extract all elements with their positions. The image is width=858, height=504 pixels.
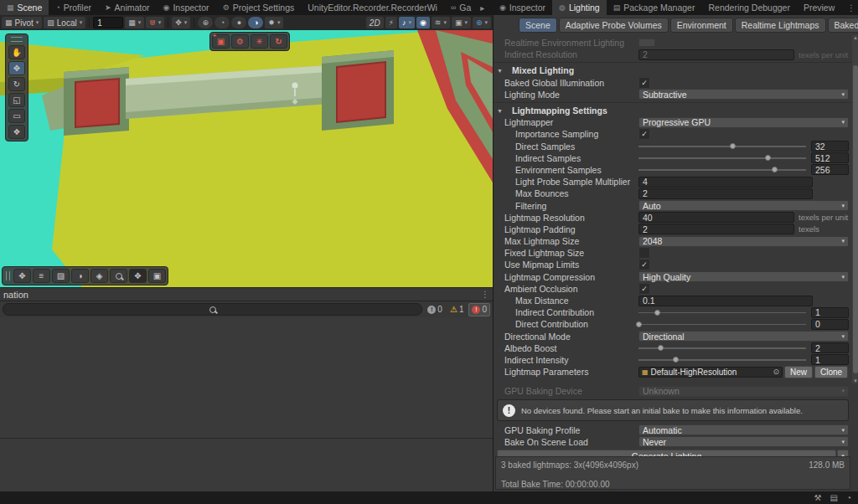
probe-refresh-button[interactable]: ↻: [270, 34, 287, 49]
foldout-triangle-icon[interactable]: ▼: [497, 108, 504, 114]
draw-mode-shaded-wire-button[interactable]: ◔: [214, 17, 230, 28]
scroll-up-icon[interactable]: ▲: [852, 35, 858, 40]
console-log-list[interactable]: [0, 317, 493, 439]
slider-knob[interactable]: [636, 321, 642, 327]
slider-knob[interactable]: [730, 143, 736, 149]
console-error-toggle[interactable]: ! 0: [468, 303, 490, 316]
left-dock-menu-icon[interactable]: ⋮: [487, 0, 493, 15]
slider-value-field[interactable]: 32: [811, 141, 849, 152]
checkbox[interactable]: [638, 247, 650, 259]
effects-dropdown[interactable]: ≋ ▾: [432, 17, 450, 28]
text-field-max-distance[interactable]: 0.1: [638, 296, 813, 306]
dropdown-directional-mode[interactable]: Directional▾: [638, 331, 849, 342]
snap-increment-button[interactable]: ⋓ ▾: [146, 17, 164, 28]
scene-view[interactable]: + ▣ ⚙ ✳ ↻ ✋ ✥ ↻ ◱ ▭ ❖ ✥ ≡ ▨ ◑ ◈: [0, 30, 493, 287]
tab-inspector-right[interactable]: ◉ Inspector: [493, 0, 552, 15]
rotate-tool-button[interactable]: ↻: [8, 77, 25, 91]
tab-overflow-arrow[interactable]: ▸: [478, 0, 487, 15]
dropdown-lightmapper[interactable]: Progressive GPU▾: [638, 117, 849, 128]
tab-scene[interactable]: ▦ Scene: [0, 0, 49, 15]
text-field-light-probe-sample-multiplier[interactable]: 4: [638, 177, 813, 188]
progress-icon[interactable]: ◔: [846, 493, 851, 502]
view-hand-tool-button[interactable]: ✋: [8, 45, 25, 59]
dropdown-filtering[interactable]: Auto▾: [638, 200, 849, 211]
move-tool-button[interactable]: ✥: [8, 61, 25, 75]
local-button[interactable]: ▧ Local ▾: [44, 17, 85, 28]
slider-knob[interactable]: [772, 167, 778, 172]
foldout-triangle-icon[interactable]: ▼: [497, 68, 504, 74]
tab-recorder[interactable]: UnityEditor.Recorder.RecorderWi: [301, 0, 444, 15]
probes-overlay-button[interactable]: ◈: [90, 269, 108, 283]
slider-environment-samples[interactable]: [638, 164, 806, 176]
dropdown-lighting-mode[interactable]: Subtractive▾: [638, 89, 849, 100]
slider-value-field[interactable]: 2: [811, 342, 849, 353]
tab-rendering-debugger[interactable]: Rendering Debugger: [701, 0, 796, 15]
slider-value-field[interactable]: 1: [811, 307, 849, 318]
tab-game[interactable]: ∞ Ga: [444, 0, 478, 15]
new-button[interactable]: New: [784, 366, 813, 378]
pivot-button[interactable]: ▦ Pivot ▾: [2, 17, 42, 28]
lighting-tab-baked-lightmaps[interactable]: Baked Lightmaps: [828, 18, 858, 33]
slider-indirect-contribution[interactable]: [638, 306, 806, 318]
move-tool-dropdown[interactable]: ✥ ▾: [172, 17, 190, 28]
right-dock-menu-icon[interactable]: ⋮: [845, 0, 858, 15]
slider-value-field[interactable]: 512: [811, 152, 849, 163]
grid-size-field[interactable]: 1: [93, 17, 123, 28]
slider-direct-samples[interactable]: [638, 141, 806, 152]
console-warning-toggle[interactable]: ⚠ 1: [447, 304, 467, 316]
overlay-drag-handle[interactable]: [6, 271, 10, 280]
lighting-tab-realtime-lightmaps[interactable]: Realtime Lightmaps: [735, 18, 826, 33]
add-probe-button[interactable]: + ▣: [212, 34, 230, 49]
overlay-drag-handle[interactable]: [11, 37, 23, 42]
panel-menu-icon[interactable]: ⋮: [481, 290, 489, 299]
dropdown-bake-on-scene-load[interactable]: Never▾: [638, 436, 849, 447]
grid-snap-button[interactable]: ▦ ▾: [125, 17, 144, 28]
camera-overlay-button[interactable]: ▣: [148, 269, 166, 283]
text-field-max-bounces[interactable]: 2: [638, 188, 813, 199]
text-field-lightmap-padding[interactable]: 2: [638, 224, 794, 234]
probe-light-button[interactable]: ✳: [251, 34, 268, 49]
object-field-lightmap-parameters[interactable]: ▦Default-HighResolution⊙: [638, 367, 783, 378]
slider-knob[interactable]: [654, 310, 660, 316]
draw-mode-shaded-button[interactable]: ●: [231, 17, 246, 28]
zoom-overlay-button[interactable]: [110, 269, 127, 283]
draw-mode-wireframe-button[interactable]: ⊕: [198, 17, 213, 28]
slider-knob[interactable]: [765, 155, 771, 161]
move-overlay-button[interactable]: ✥: [13, 269, 31, 283]
scroll-down-icon[interactable]: ▼: [852, 378, 858, 383]
slider-value-field[interactable]: 1: [811, 354, 849, 365]
probe-settings-button[interactable]: ⚙: [231, 34, 249, 49]
object-picker-icon[interactable]: ⊙: [773, 368, 779, 376]
scrollbar-thumb[interactable]: [853, 65, 858, 373]
slider-knob[interactable]: [673, 357, 679, 363]
tab-profiler[interactable]: ◔ Profiler: [49, 0, 98, 15]
slider-value-field[interactable]: 0: [811, 319, 849, 330]
scene-lighting-toggle[interactable]: ⚡: [385, 17, 397, 28]
scene-audio-toggle[interactable]: ♪ ▾: [399, 17, 415, 28]
gizmos-dropdown[interactable]: ⊛ ▾: [473, 17, 491, 28]
checkbox[interactable]: ✓: [638, 259, 650, 270]
dropdown-gpu-baking-device[interactable]: Unknown▾: [638, 386, 849, 397]
toggle-2d-button[interactable]: 2D: [366, 17, 384, 28]
lighting-scrollbar[interactable]: ▲ ▼: [852, 35, 858, 383]
dropdown-lightmap-compression[interactable]: High Quality▾: [638, 271, 849, 282]
draw-mode-effects-button[interactable]: ✸ ▾: [265, 17, 283, 28]
dropdown-max-lightmap-size[interactable]: 2048▾: [638, 236, 849, 247]
bake-disabled-icon[interactable]: ⚒: [814, 493, 822, 502]
slider-albedo-boost[interactable]: [638, 342, 806, 354]
tab-lighting[interactable]: ◍ Lighting: [552, 0, 607, 15]
tab-project-settings[interactable]: ⚙ Project Settings: [216, 0, 302, 15]
transform-tool-button[interactable]: ❖: [8, 125, 25, 139]
lighting-tab-scene[interactable]: Scene: [519, 18, 557, 33]
checkbox[interactable]: ✓: [638, 283, 650, 295]
text-field-indirect-resolution[interactable]: 2: [638, 49, 794, 60]
lighting-tab-environment[interactable]: Environment: [670, 18, 733, 33]
slider-value-field[interactable]: 256: [811, 164, 849, 175]
move2-overlay-button[interactable]: ✥: [129, 269, 147, 283]
grid-overlay-button[interactable]: ▨: [52, 269, 70, 283]
camera-dropdown[interactable]: ▣ ▾: [452, 17, 471, 28]
slider-knob[interactable]: [658, 345, 664, 351]
scene-visibility-toggle[interactable]: ◉: [416, 17, 430, 28]
dropdown-gpu-baking-profile[interactable]: Automatic▾: [638, 424, 849, 435]
text-field-lightmap-resolution[interactable]: 40: [638, 212, 794, 223]
